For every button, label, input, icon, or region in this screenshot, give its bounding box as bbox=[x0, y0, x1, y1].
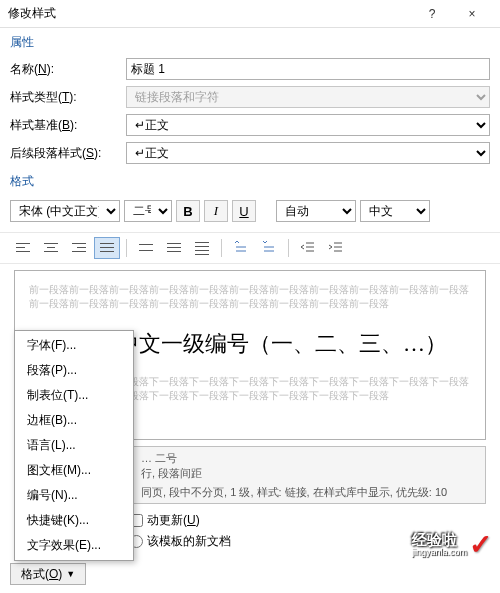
preview-before-text: 前一段落前一段落前一段落前一段落前一段落前一段落前一段落前一段落前一段落前一段落… bbox=[29, 283, 471, 311]
watermark: 经验啦 jingyanla.com ✓ bbox=[412, 528, 492, 561]
size-select[interactable]: 二号 bbox=[124, 200, 172, 222]
name-label: 名称(N): bbox=[10, 61, 120, 78]
linespace-15-button[interactable] bbox=[161, 237, 187, 259]
styletype-select: 链接段落和字符 bbox=[126, 86, 490, 108]
bold-button[interactable]: B bbox=[176, 200, 200, 222]
paragraph-toolbar bbox=[0, 232, 500, 264]
menu-paragraph[interactable]: 段落(P)... bbox=[15, 358, 133, 383]
template-label: 该模板的新文档 bbox=[147, 533, 231, 550]
following-select[interactable]: ↵正文 bbox=[126, 142, 490, 164]
linespace-2-button[interactable] bbox=[189, 237, 215, 259]
align-justify-button[interactable] bbox=[94, 237, 120, 259]
space-before-dec-button[interactable] bbox=[256, 237, 282, 259]
properties-section-label: 属性 bbox=[0, 28, 500, 55]
indent-dec-button[interactable] bbox=[295, 237, 321, 259]
align-center-button[interactable] bbox=[38, 237, 64, 259]
name-input[interactable] bbox=[126, 58, 490, 80]
styletype-label: 样式类型(T): bbox=[10, 89, 120, 106]
language-select[interactable]: 中文 bbox=[360, 200, 430, 222]
basedon-label: 样式基准(B): bbox=[10, 117, 120, 134]
menu-frame[interactable]: 图文框(M)... bbox=[15, 458, 133, 483]
menu-shortcut[interactable]: 快捷键(K)... bbox=[15, 508, 133, 533]
watermark-domain: jingyanla.com bbox=[412, 547, 467, 557]
format-popup-menu: 字体(F)... 段落(P)... 制表位(T)... 边框(B)... 语言(… bbox=[14, 330, 134, 561]
following-label: 后续段落样式(S): bbox=[10, 145, 120, 162]
basedon-select[interactable]: ↵正文 bbox=[126, 114, 490, 136]
help-button[interactable]: ? bbox=[412, 7, 452, 21]
format-section-label: 格式 bbox=[0, 167, 500, 194]
align-left-button[interactable] bbox=[10, 237, 36, 259]
italic-button[interactable]: I bbox=[204, 200, 228, 222]
menu-language[interactable]: 语言(L)... bbox=[15, 433, 133, 458]
indent-inc-button[interactable] bbox=[323, 237, 349, 259]
title-bar: 修改样式 ? × bbox=[0, 0, 500, 28]
font-color-select[interactable]: 自动 bbox=[276, 200, 356, 222]
menu-border[interactable]: 边框(B)... bbox=[15, 408, 133, 433]
menu-texteffects[interactable]: 文字效果(E)... bbox=[15, 533, 133, 558]
watermark-brand: 经验啦 bbox=[412, 532, 467, 547]
menu-numbering[interactable]: 编号(N)... bbox=[15, 483, 133, 508]
menu-font[interactable]: 字体(F)... bbox=[15, 333, 133, 358]
auto-update-label: 动更新(U) bbox=[147, 512, 200, 529]
underline-button[interactable]: U bbox=[232, 200, 256, 222]
space-before-inc-button[interactable] bbox=[228, 237, 254, 259]
close-button[interactable]: × bbox=[452, 7, 492, 21]
menu-tabs[interactable]: 制表位(T)... bbox=[15, 383, 133, 408]
linespace-1-button[interactable] bbox=[133, 237, 159, 259]
format-toolbar: 宋体 (中文正文) 二号 B I U 自动 中文 bbox=[0, 194, 500, 228]
format-menu-button[interactable]: 格式(O)▼ bbox=[10, 563, 86, 585]
font-select[interactable]: 宋体 (中文正文) bbox=[10, 200, 120, 222]
chevron-down-icon: ▼ bbox=[66, 569, 75, 579]
window-title: 修改样式 bbox=[8, 5, 412, 22]
check-icon: ✓ bbox=[469, 528, 492, 561]
align-right-button[interactable] bbox=[66, 237, 92, 259]
